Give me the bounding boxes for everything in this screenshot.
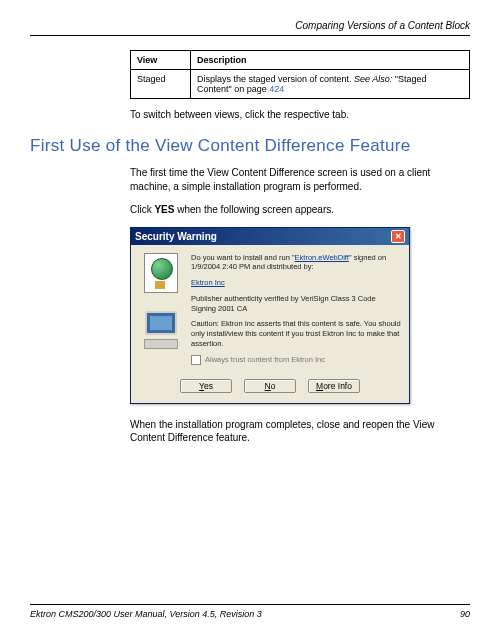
page-ref-link[interactable]: 424	[269, 84, 284, 94]
desc-see-also: See Also:	[354, 74, 392, 84]
table-header-row: View Description	[131, 51, 470, 70]
d-line1a: Do you want to install and run "	[191, 253, 295, 262]
header-rule	[30, 35, 470, 36]
dialog-icons	[139, 253, 183, 367]
no-rest: o	[271, 381, 276, 391]
p2b: YES	[154, 204, 174, 215]
dialog-text: Do you want to install and run "Ektron.e…	[191, 253, 401, 367]
completion-paragraph: When the installation program completes,…	[130, 418, 470, 445]
dialog-buttons: Yes No More Info	[131, 375, 409, 403]
more-rest: ore Info	[323, 381, 352, 391]
cell-description: Displays the staged version of content. …	[191, 70, 470, 99]
footer-rule	[30, 604, 470, 605]
dialog-body: Do you want to install and run "Ektron.e…	[131, 245, 409, 375]
table-row: Staged Displays the staged version of co…	[131, 70, 470, 99]
yes-button[interactable]: Yes	[180, 379, 232, 393]
col-view: View	[131, 51, 191, 70]
d-line3: Caution: Ektron Inc asserts that this co…	[191, 319, 401, 348]
trust-checkbox[interactable]	[191, 355, 201, 365]
page-number: 90	[460, 609, 470, 619]
p2c: when the following screen appears.	[174, 204, 334, 215]
intro-paragraph: The first time the View Content Differen…	[130, 166, 470, 193]
footer-left: Ektron CMS200/300 User Manual, Version 4…	[30, 609, 262, 619]
page-footer: Ektron CMS200/300 User Manual, Version 4…	[30, 604, 470, 619]
p2a: Click	[130, 204, 154, 215]
close-icon[interactable]: ✕	[391, 230, 405, 243]
desc-text-a: Displays the staged version of content.	[197, 74, 354, 84]
package-link[interactable]: Ektron.eWebDiff	[295, 253, 349, 262]
click-yes-paragraph: Click YES when the following screen appe…	[130, 203, 470, 217]
dialog-titlebar: Security Warning ✕	[131, 228, 409, 245]
page-header: Comparing Versions of a Content Block	[30, 20, 470, 31]
trust-label: Always trust content from Ektron Inc	[205, 355, 325, 365]
section-heading: First Use of the View Content Difference…	[30, 136, 470, 156]
certificate-icon	[144, 253, 178, 293]
view-table: View Description Staged Displays the sta…	[130, 50, 470, 99]
cell-view: Staged	[131, 70, 191, 99]
col-description: Description	[191, 51, 470, 70]
publisher-link[interactable]: Ektron Inc	[191, 278, 225, 287]
security-warning-dialog: Security Warning ✕ Do you want to instal…	[130, 227, 410, 404]
dialog-title: Security Warning	[135, 231, 217, 242]
more-info-button[interactable]: More Info	[308, 379, 360, 393]
computer-icon	[140, 311, 182, 351]
trust-checkbox-row: Always trust content from Ektron Inc	[191, 355, 401, 365]
yes-rest: es	[204, 381, 213, 391]
switch-instructions: To switch between views, click the respe…	[130, 109, 470, 120]
d-line2: Publisher authenticity verified by VeriS…	[191, 294, 401, 314]
no-button[interactable]: No	[244, 379, 296, 393]
